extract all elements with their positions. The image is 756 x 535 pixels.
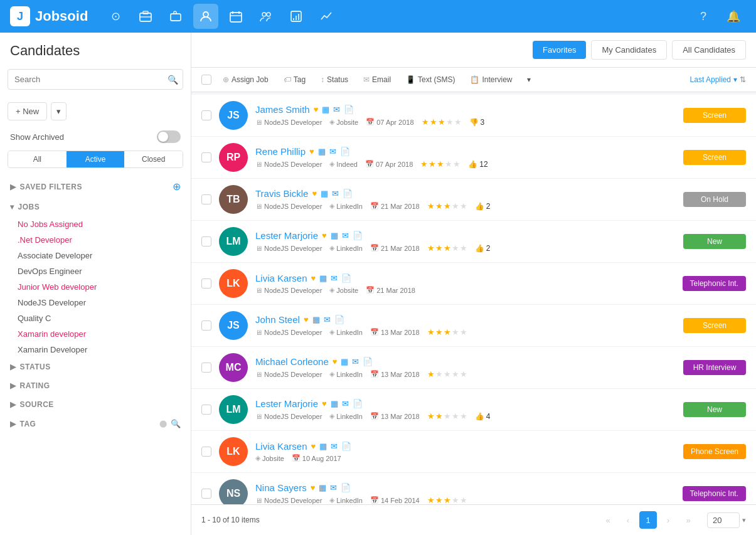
status-badge[interactable]: Telephonic Int. [683, 486, 746, 501]
email-icon[interactable]: ✉ [342, 231, 349, 240]
candidate-name[interactable]: Rene Phillip [255, 146, 306, 157]
email-button[interactable]: ✉ Email [359, 73, 395, 87]
nav-reports-icon[interactable] [284, 4, 309, 29]
sidebar-job-item[interactable]: Xamarin developer [0, 326, 191, 342]
sidebar-job-item[interactable]: Junior Web developer [0, 279, 191, 295]
filter-tab-all[interactable]: All [8, 151, 67, 167]
row-checkbox[interactable] [201, 363, 211, 373]
favorite-icon[interactable]: ♥ [322, 399, 327, 408]
favorite-icon[interactable]: ♥ [311, 483, 316, 492]
sms-button[interactable]: 📱 Text (SMS) [402, 73, 459, 87]
sidebar-job-item[interactable]: NodeJS Developer [0, 295, 191, 310]
tag-section-header[interactable]: ▶ TAG ⬤ 🔍 [0, 414, 191, 433]
doc-icon[interactable]: 📄 [341, 442, 351, 451]
saved-filters-add-icon[interactable]: ⊕ [173, 181, 181, 193]
saved-filters-header[interactable]: ▶ SAVED FILTERS ⊕ [0, 176, 191, 198]
status-badge[interactable]: On Hold [683, 192, 746, 207]
sidebar-job-item[interactable]: Quality C [0, 310, 191, 326]
source-section-header[interactable]: ▶ SOURCE [0, 395, 191, 414]
tag-toggle-icon[interactable]: ⬤ [159, 420, 167, 428]
candidate-name[interactable]: Michael Corleone [255, 356, 329, 367]
archived-toggle[interactable] [157, 130, 181, 143]
grid-icon[interactable]: ▦ [319, 483, 326, 492]
pagination-next-button[interactable]: › [659, 511, 677, 529]
email-icon[interactable]: ✉ [331, 442, 338, 451]
pagination-page-1[interactable]: 1 [639, 511, 657, 529]
candidate-name[interactable]: Lester Marjorie [255, 398, 318, 409]
grid-icon[interactable]: ▦ [331, 399, 338, 408]
new-button[interactable]: + New [8, 102, 47, 120]
select-all-checkbox[interactable] [201, 75, 211, 85]
doc-icon[interactable]: 📄 [341, 273, 351, 283]
new-dropdown-button[interactable]: ▾ [51, 102, 67, 120]
favorite-icon[interactable]: ♥ [304, 315, 309, 324]
sidebar-job-item[interactable]: Associate Developer [0, 248, 191, 263]
nav-briefcase-icon[interactable] [163, 4, 188, 29]
favorite-icon[interactable]: ♥ [314, 105, 319, 114]
email-icon[interactable]: ✉ [329, 147, 336, 156]
doc-icon[interactable]: 📄 [363, 357, 373, 366]
grid-icon[interactable]: ▦ [312, 315, 320, 324]
row-checkbox[interactable] [201, 320, 211, 331]
row-checkbox[interactable] [201, 194, 211, 204]
tag-search-icon[interactable]: 🔍 [171, 419, 181, 428]
sort-button[interactable]: Last Applied ▾ ⇅ [690, 75, 746, 84]
status-badge[interactable]: New [683, 234, 746, 249]
row-checkbox[interactable] [201, 236, 211, 246]
row-checkbox[interactable] [201, 405, 211, 415]
status-badge[interactable]: Screen [683, 150, 746, 165]
favorite-icon[interactable]: ♥ [309, 147, 314, 156]
status-badge[interactable]: Telephonic Int. [683, 276, 746, 291]
row-checkbox[interactable] [201, 110, 211, 120]
pagination-first-button[interactable]: « [599, 511, 617, 529]
grid-icon[interactable]: ▦ [322, 105, 329, 114]
favorite-icon[interactable]: ♥ [311, 442, 316, 451]
email-icon[interactable]: ✉ [342, 399, 349, 408]
status-badge[interactable]: New [683, 402, 746, 417]
status-button[interactable]: ↕ Status [317, 73, 352, 87]
candidate-name[interactable]: Livia Karsen [255, 441, 307, 452]
doc-icon[interactable]: 📄 [353, 231, 363, 240]
interview-button[interactable]: 📋 Interview [466, 73, 516, 87]
row-checkbox[interactable] [201, 489, 211, 499]
grid-icon[interactable]: ▦ [318, 147, 326, 156]
all-candidates-button[interactable]: All Candidates [672, 40, 746, 60]
grid-icon[interactable]: ▦ [319, 442, 327, 451]
tag-button[interactable]: 🏷 Tag [280, 73, 309, 87]
nav-candidates-icon[interactable] [193, 4, 218, 29]
more-actions-button[interactable]: ▾ [523, 73, 535, 87]
logo[interactable]: J Jobsoid [10, 6, 88, 26]
email-icon[interactable]: ✉ [331, 273, 338, 283]
candidate-name[interactable]: Lester Marjorie [255, 230, 318, 241]
grid-icon[interactable]: ▦ [319, 273, 327, 283]
favorite-icon[interactable]: ♥ [333, 357, 338, 366]
nav-team-icon[interactable] [253, 4, 279, 29]
candidate-name[interactable]: John Steel [255, 314, 300, 325]
nav-notifications-icon[interactable]: 🔔 [721, 4, 746, 29]
doc-icon[interactable]: 📄 [343, 189, 353, 198]
favorite-icon[interactable]: ♥ [312, 189, 317, 198]
email-icon[interactable]: ✉ [330, 483, 337, 492]
status-badge[interactable]: HR Interview [683, 360, 746, 375]
page-size-select[interactable]: 20 50 100 [707, 512, 740, 528]
status-badge[interactable]: Screen [683, 108, 746, 123]
email-icon[interactable]: ✉ [333, 105, 340, 114]
nav-help-icon[interactable]: ? [691, 4, 716, 29]
my-candidates-button[interactable]: My Candidates [591, 40, 667, 60]
nav-calendar-icon[interactable] [223, 4, 248, 29]
grid-icon[interactable]: ▦ [331, 231, 338, 240]
doc-icon[interactable]: 📄 [340, 147, 350, 156]
jobs-section-header[interactable]: ▾ JOBS [0, 198, 191, 216]
sidebar-job-item[interactable]: Xamarin Developer [0, 342, 191, 358]
candidate-name[interactable]: James Smith [255, 104, 310, 115]
nav-jobs-icon[interactable] [133, 4, 158, 29]
status-section-header[interactable]: ▶ STATUS [0, 358, 191, 376]
favorite-icon[interactable]: ♥ [322, 231, 327, 240]
email-icon[interactable]: ✉ [324, 315, 331, 324]
sidebar-job-item[interactable]: No Jobs Assigned [0, 216, 191, 232]
search-input[interactable] [8, 69, 183, 90]
grid-icon[interactable]: ▦ [321, 189, 328, 198]
favorites-button[interactable]: Favorites [533, 41, 586, 59]
candidate-name[interactable]: Travis Bickle [255, 188, 308, 199]
nav-analytics-icon[interactable] [314, 4, 339, 29]
